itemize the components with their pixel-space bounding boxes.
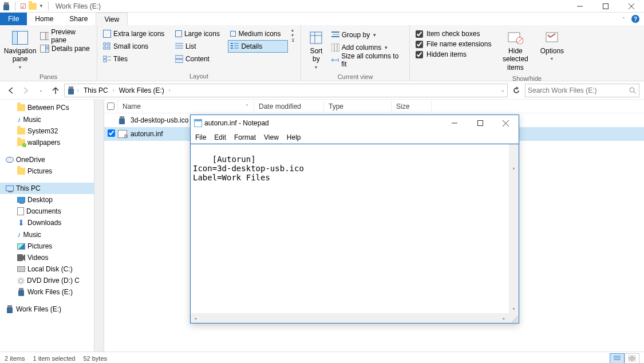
notepad-menu-edit[interactable]: Edit [214,133,226,141]
chevron-right-icon[interactable]: › [77,88,79,93]
notepad-menu-file[interactable]: File [195,133,206,141]
thumbnails-view-button[interactable] [625,353,639,364]
search-input[interactable] [528,86,629,94]
content-button[interactable]: Content [173,53,227,65]
qat-customize-dropdown[interactable]: ▼ [39,3,44,9]
svg-line-62 [516,321,518,322]
tree-desktop[interactable]: Desktop [0,194,94,206]
close-button[interactable] [618,0,644,13]
notepad-menu-view[interactable]: View [264,133,279,141]
notepad-close-button[interactable] [493,115,519,131]
layout-scroll-down-icon[interactable]: ▾ [291,33,295,38]
select-all-checkbox[interactable] [104,100,118,113]
chevron-right-icon[interactable]: › [169,88,171,93]
navigation-tree[interactable]: Between PCs ♪Music System32 ✓wallpapers … [0,100,94,352]
collapse-ribbon-icon[interactable]: ⌃ [622,17,626,22]
svg-rect-44 [546,33,558,42]
tree-pictures2[interactable]: Pictures [0,240,94,252]
documents-icon [17,207,24,215]
refresh-button[interactable] [510,86,523,94]
search-box[interactable] [525,84,639,97]
tiles-button[interactable]: Tiles [101,53,172,65]
notepad-maximize-button[interactable] [467,115,493,131]
tree-local-disk-c[interactable]: Local Disk (C:) [0,263,94,275]
usb-icon [6,305,14,313]
group-by-button[interactable]: Group by▾ [329,29,406,41]
tree-this-pc[interactable]: This PC [0,183,94,194]
navigation-pane-button[interactable]: Navigation pane ▾ [3,27,37,72]
preview-pane-button[interactable]: Preview pane [38,30,93,42]
tree-work-files-e[interactable]: Work Files (E:) [0,286,94,298]
layout-expand-icon[interactable]: ⊻ [291,38,295,43]
file-name: autorun.inf [131,130,163,138]
tree-work-files-e-root[interactable]: Work Files (E:) [0,303,94,315]
list-button[interactable]: List [173,40,227,53]
notepad-title-bar[interactable]: autorun.inf - Notepad [191,115,519,131]
address-bar[interactable]: › This PC › Work Files (E:) › ⌄ [64,84,508,97]
list-header: Name⌃ Date modified Type Size [104,100,644,113]
medium-icons-button[interactable]: Medium icons [228,27,288,40]
tree-wallpapers[interactable]: ✓wallpapers [0,137,94,148]
notepad-menu-help[interactable]: Help [287,133,301,141]
scroll-up-icon[interactable]: ▴ [509,163,519,172]
options-button[interactable]: Options▾ [537,27,567,64]
recent-dropdown[interactable]: ⌄ [34,84,47,97]
address-dropdown[interactable]: ⌄ [501,88,505,93]
details-view-button[interactable] [610,353,625,364]
hidden-items-toggle[interactable]: Hidden items [413,49,493,60]
row-checkbox[interactable] [108,129,115,137]
tree-scrollbar[interactable] [94,100,104,352]
tab-view[interactable]: View [96,13,128,25]
size-columns-button[interactable]: Size all columns to fit [329,54,406,66]
notepad-vertical-scrollbar[interactable]: ▴ ▾ [509,144,519,313]
layout-scroll-up-icon[interactable]: ▴ [291,27,295,33]
downloads-icon: ⬇ [17,219,25,227]
notepad-menu-format[interactable]: Format [234,133,256,141]
tree-music[interactable]: ♪Music [0,113,94,125]
resize-grip[interactable] [509,313,519,323]
details-button[interactable]: Details [228,40,288,53]
breadcrumb-drive[interactable]: Work Files (E:) [117,86,167,94]
drive-icon [67,86,75,94]
scroll-down-icon[interactable]: ▾ [509,303,519,313]
notepad-horizontal-scrollbar[interactable]: ◂ ▸ [191,313,509,323]
tree-documents[interactable]: Documents [0,206,94,217]
sort-by-button[interactable]: Sort by▾ [305,27,328,72]
large-icons-button[interactable]: Large icons [173,27,227,40]
tree-pictures[interactable]: Pictures [0,165,94,177]
tree-downloads[interactable]: ⬇Downloads [0,217,94,228]
tab-share[interactable]: Share [61,13,96,25]
scroll-right-icon[interactable]: ▸ [499,313,509,323]
qat-properties-icon[interactable]: ☑ [20,2,26,10]
details-pane-button[interactable]: Details pane [38,42,93,55]
notepad-minimize-button[interactable] [441,115,467,131]
maximize-button[interactable] [592,0,618,13]
tree-onedrive[interactable]: OneDrive [0,154,94,165]
tree-between-pcs[interactable]: Between PCs [0,102,94,113]
column-type[interactable]: Type [324,100,392,113]
chevron-right-icon[interactable]: › [113,88,114,93]
file-extensions-toggle[interactable]: File name extensions [413,39,493,49]
breadcrumb-this-pc[interactable]: This PC [81,86,110,94]
tab-file[interactable]: File [0,13,27,25]
qat-newfolder-icon[interactable] [29,3,37,10]
up-button[interactable] [49,84,62,97]
tree-dvd-drive[interactable]: DVD Drive (D:) C [0,275,94,286]
column-size[interactable]: Size [392,100,432,113]
small-icons-button[interactable]: Small icons [101,40,172,53]
minimize-button[interactable] [567,0,592,13]
forward-button[interactable] [19,84,32,97]
hide-selected-button[interactable]: Hide selected items [495,27,536,74]
column-date[interactable]: Date modified [254,100,324,113]
help-icon[interactable]: ? [631,15,639,23]
notepad-text-area[interactable]: [Autorun] Icon=3d-desktop-usb.ico Label=… [191,144,519,323]
scroll-left-icon[interactable]: ◂ [191,313,200,323]
extra-large-icons-button[interactable]: Extra large icons [101,27,172,40]
item-checkboxes-toggle[interactable]: Item check boxes [413,29,493,39]
column-name[interactable]: Name⌃ [118,100,254,113]
tree-system32[interactable]: System32 [0,125,94,137]
back-button[interactable] [5,84,17,97]
tree-music2[interactable]: ♪Music [0,228,94,240]
tree-videos[interactable]: Videos [0,252,94,263]
tab-home[interactable]: Home [27,13,61,25]
